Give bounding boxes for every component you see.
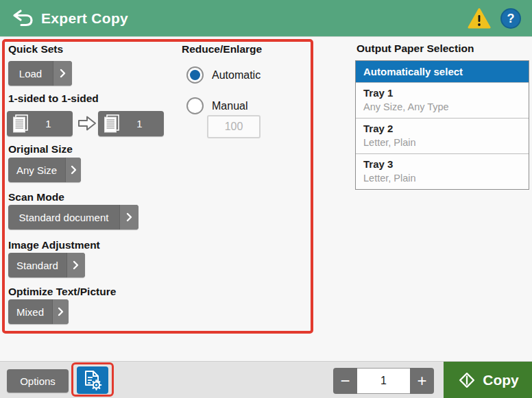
back-arrow-icon (12, 9, 34, 28)
sides-original-count: 1 (29, 118, 73, 129)
radio-selected-icon (186, 66, 204, 84)
minus-icon: − (340, 371, 350, 390)
image-adjustment-button[interactable]: Standard (8, 253, 85, 277)
copies-count-input[interactable] (357, 368, 410, 394)
original-size-button[interactable]: Any Size (8, 158, 81, 182)
sides-output-count: 1 (121, 118, 164, 129)
document-settings-icon (82, 369, 103, 391)
chevron-right-icon (66, 253, 85, 277)
sides-output-button[interactable]: 1 (98, 111, 164, 136)
job-settings-button[interactable] (77, 366, 108, 394)
paper-item-detail: Letter, Plain (363, 137, 521, 148)
paper-item-name: Tray 3 (363, 158, 521, 170)
copy-button[interactable]: Copy (444, 362, 532, 398)
image-adjustment-value: Standard (8, 260, 66, 271)
plus-icon: + (417, 371, 426, 390)
header-bar: Expert Copy ? (0, 0, 532, 37)
scale-percent-input[interactable] (207, 115, 261, 138)
radio-automatic[interactable]: Automatic (186, 66, 261, 84)
document-page-icon (12, 114, 29, 134)
copies-counter: − + (333, 368, 434, 394)
document-page-icon (103, 114, 121, 134)
paper-item-name: Automatically select (363, 66, 521, 77)
paper-item-tray2[interactable]: Tray 2 Letter, Plain (356, 119, 529, 154)
back-button[interactable] (11, 8, 34, 29)
paper-item-detail: Letter, Plain (363, 173, 521, 184)
help-button[interactable]: ? (500, 8, 521, 29)
chevron-right-icon (53, 61, 72, 86)
scan-mode-label: Scan Mode (8, 191, 64, 203)
original-size-value: Any Size (8, 164, 65, 176)
options-button-label: Options (20, 375, 56, 387)
annotation-rectangle-settings: Quick Sets Load 1-sided to 1-sided 1 (2, 39, 313, 334)
quick-sets-load-button[interactable]: Load (8, 61, 72, 86)
paper-item-automatic[interactable]: Automatically select (356, 61, 529, 83)
warning-triangle-icon (468, 8, 491, 29)
output-paper-list: Automatically select Tray 1 Any Size, An… (355, 60, 529, 190)
question-mark-icon: ? (507, 12, 515, 26)
start-diamond-icon (457, 370, 477, 390)
chevron-right-icon (119, 205, 138, 229)
page-title: Expert Copy (41, 10, 128, 27)
original-size-label: Original Size (8, 143, 73, 156)
paper-item-detail: Any Size, Any Type (363, 101, 521, 112)
paper-item-tray3[interactable]: Tray 3 Letter, Plain (356, 154, 529, 189)
copy-button-label: Copy (483, 372, 519, 388)
paper-item-tray1[interactable]: Tray 1 Any Size, Any Type (356, 83, 529, 119)
optimize-text-picture-label: Optimize Text/Picture (8, 286, 116, 298)
decrease-copies-button[interactable]: − (333, 368, 357, 394)
increase-copies-button[interactable]: + (410, 368, 434, 394)
paper-item-name: Tray 2 (363, 123, 521, 134)
radio-automatic-label: Automatic (212, 69, 261, 82)
radio-unselected-icon (186, 97, 204, 114)
scan-mode-button[interactable]: Standard document (8, 205, 138, 229)
scan-mode-value: Standard document (8, 212, 119, 223)
arrow-right-icon (77, 114, 97, 132)
optimize-text-picture-button[interactable]: Mixed (8, 299, 69, 324)
reduce-enlarge-label: Reduce/Enlarge (182, 43, 262, 55)
radio-manual[interactable]: Manual (186, 97, 247, 114)
chevron-right-icon (52, 299, 69, 324)
output-paper-selection-title: Output Paper Selection (356, 42, 474, 55)
image-adjustment-label: Image Adjustment (8, 239, 100, 251)
sides-label: 1-sided to 1-sided (8, 92, 99, 105)
load-button-label: Load (8, 68, 53, 79)
warning-status-button[interactable] (468, 8, 491, 29)
sides-original-button[interactable]: 1 (7, 111, 73, 136)
footer-bar: Options (0, 361, 532, 398)
optimize-value: Mixed (8, 306, 52, 318)
radio-manual-label: Manual (212, 100, 247, 112)
quick-sets-label: Quick Sets (8, 43, 63, 55)
options-button[interactable]: Options (7, 369, 69, 393)
chevron-right-icon (65, 158, 81, 182)
paper-item-name: Tray 1 (363, 87, 521, 99)
gear-icon (92, 380, 101, 390)
